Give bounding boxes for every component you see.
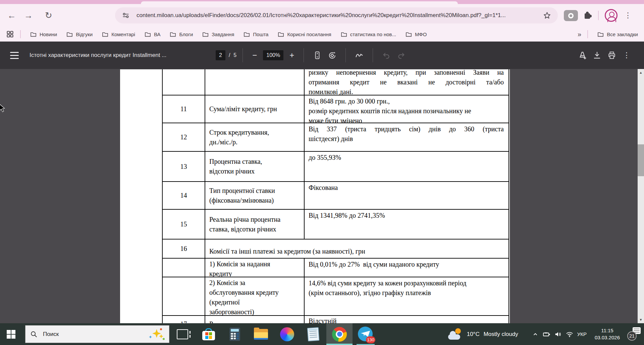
scroll-up-icon[interactable]: ▲ bbox=[638, 71, 644, 74]
table-row-13: 13 Процентна ставка, відсотки річних до … bbox=[163, 152, 508, 182]
back-button[interactable]: ← bbox=[3, 7, 20, 24]
microsoft-store-button[interactable] bbox=[196, 323, 222, 345]
address-bar[interactable]: content.miloan.ua/uploads/elFinder/docs/… bbox=[115, 7, 558, 23]
bookmark-folder-zavdannia[interactable]: Завдання bbox=[202, 31, 234, 37]
fit-page-icon[interactable] bbox=[310, 48, 325, 63]
windows-taskbar: Поиск 130 bbox=[0, 323, 644, 345]
active-tab[interactable] bbox=[141, 1, 458, 4]
text-annotation-icon[interactable] bbox=[575, 48, 590, 63]
zoom-in-button[interactable]: + bbox=[286, 51, 298, 60]
copilot-icon bbox=[280, 327, 294, 341]
pdf-menu-icon[interactable] bbox=[10, 52, 19, 59]
extensions-icon[interactable] bbox=[581, 9, 593, 21]
profile-avatar[interactable] bbox=[605, 9, 618, 22]
draw-annotate-icon[interactable] bbox=[352, 48, 367, 63]
notification-center-button[interactable]: 21 bbox=[625, 323, 644, 345]
zoom-level-input[interactable]: 100% bbox=[263, 50, 283, 60]
battery-icon[interactable] bbox=[541, 328, 552, 341]
pdf-viewer-area: ризику неповернення кредиту, при заповне… bbox=[0, 69, 644, 323]
calculator-icon bbox=[229, 328, 240, 341]
page-number-input[interactable]: 2 bbox=[216, 50, 225, 60]
apps-grid-icon[interactable] bbox=[6, 30, 14, 38]
scrollbar-thumb[interactable] bbox=[638, 144, 644, 176]
bookmark-folder-va[interactable]: ВА bbox=[145, 31, 161, 37]
system-tray bbox=[530, 328, 575, 341]
start-button[interactable] bbox=[0, 323, 22, 345]
pdf-toolbar-separator bbox=[304, 48, 304, 62]
browser-menu-icon[interactable]: ⋮ bbox=[623, 9, 633, 22]
table-row-11: 11 Сума/ліміт кредиту, грн Від 8648 грн.… bbox=[163, 95, 508, 123]
taskbar-search-box[interactable]: Поиск bbox=[25, 325, 169, 343]
file-explorer-button[interactable] bbox=[248, 323, 274, 345]
notepad-icon bbox=[307, 327, 320, 341]
file-explorer-icon bbox=[254, 329, 268, 340]
bookmark-folder-novyny[interactable]: Новини bbox=[30, 31, 57, 37]
copilot-sparkle-icon bbox=[149, 328, 164, 341]
browser-toolbar: ← → ↻ content.miloan.ua/uploads/elFinder… bbox=[0, 4, 644, 27]
all-bookmarks-button[interactable]: Все закладки bbox=[597, 31, 638, 37]
page-total: 5 bbox=[233, 52, 236, 58]
undo-icon[interactable] bbox=[379, 48, 394, 63]
download-icon[interactable] bbox=[590, 48, 604, 63]
weather-widget[interactable]: 10°C Mostly cloudy bbox=[448, 328, 518, 340]
bookmark-folder-statystyka[interactable]: статистика по нов... bbox=[341, 31, 396, 37]
table-row-16-1: 1) Комісія за надання кредиту Від 0,01% … bbox=[163, 259, 508, 277]
site-info-icon[interactable] bbox=[120, 10, 131, 21]
pdf-document-title: Істотні характеристики послуги кредит In… bbox=[30, 52, 202, 59]
telegram-button[interactable]: 130 bbox=[353, 323, 379, 345]
reload-button[interactable]: ↻ bbox=[40, 7, 57, 24]
bookmark-folder-komentari[interactable]: Коментарі bbox=[102, 31, 135, 37]
forward-button[interactable]: → bbox=[20, 7, 37, 24]
tab-strip bbox=[0, 0, 644, 4]
pdf-scrollbar[interactable]: ▲ ▼ bbox=[638, 69, 644, 323]
windows-logo-icon bbox=[7, 330, 15, 339]
copilot-button[interactable] bbox=[274, 323, 300, 345]
taskbar-clock[interactable]: 11:15 03.03.2026 bbox=[595, 327, 620, 341]
bookmarks-overflow-chevron[interactable]: » bbox=[578, 30, 581, 38]
task-view-button[interactable] bbox=[169, 323, 196, 345]
bookmark-folder-blohy[interactable]: Блоги bbox=[170, 31, 193, 37]
weather-temperature: 10°C bbox=[467, 331, 480, 338]
bookmarks-bar: Новини Відгуки Коментарі ВА Блоги Завдан… bbox=[0, 27, 644, 42]
search-placeholder: Поиск bbox=[43, 331, 149, 338]
table-row-16-2: 2) Комісія за обслуговування кредиту (кр… bbox=[163, 277, 508, 316]
bookmarks-separator bbox=[587, 30, 588, 38]
notepad-button[interactable] bbox=[300, 323, 326, 345]
mouse-cursor bbox=[0, 104, 6, 114]
store-icon bbox=[202, 328, 215, 340]
table-row-16: 16 Комісії та інші платежі за кредитом (… bbox=[163, 239, 508, 259]
clock-date: 03.03.2026 bbox=[595, 334, 620, 341]
table-row-15: 15 Реальна річна процентна ставка, відсо… bbox=[163, 210, 508, 239]
weather-description: Mostly cloudy bbox=[484, 331, 518, 338]
print-icon[interactable] bbox=[604, 48, 619, 63]
volume-icon[interactable] bbox=[552, 328, 564, 341]
screenshot-camera-icon[interactable] bbox=[564, 10, 578, 21]
chrome-icon bbox=[332, 327, 347, 342]
bookmark-folder-vidhuky[interactable]: Відгуки bbox=[66, 31, 93, 37]
pdf-toolbar-separator bbox=[345, 48, 346, 62]
table-row-10-partial: ризику неповернення кредиту, при заповне… bbox=[163, 69, 508, 95]
bookmark-folder-poshta[interactable]: Пошта bbox=[244, 31, 268, 37]
bookmark-star-icon[interactable] bbox=[542, 10, 552, 21]
search-icon bbox=[30, 331, 38, 338]
zoom-out-button[interactable]: − bbox=[249, 51, 260, 60]
url-text: content.miloan.ua/uploads/elFinder/docs/… bbox=[137, 12, 542, 19]
hidden-icons-chevron[interactable] bbox=[530, 328, 541, 341]
calculator-button[interactable] bbox=[222, 323, 248, 345]
notification-count-badge: 21 bbox=[627, 331, 637, 341]
bookmarks-separator bbox=[20, 30, 21, 38]
rotate-icon[interactable] bbox=[325, 48, 339, 63]
chrome-button[interactable] bbox=[326, 323, 353, 345]
wifi-icon[interactable] bbox=[564, 328, 575, 341]
table-row-12: 12 Строк кредитування, дн./міс./р. Від 3… bbox=[163, 123, 508, 152]
keyboard-language[interactable]: УКР bbox=[577, 331, 587, 337]
bookmark-folder-mfo[interactable]: МФО bbox=[406, 31, 427, 37]
pdf-toolbar: Істотні характеристики послуги кредит In… bbox=[0, 42, 644, 69]
table-row-17-partial: 17 Р Відсутній bbox=[163, 316, 508, 323]
scroll-down-icon[interactable]: ▼ bbox=[638, 318, 644, 322]
bookmark-folder-korysni[interactable]: Корисні посилання bbox=[278, 31, 331, 37]
pdf-more-options-icon[interactable]: ⋮ bbox=[619, 48, 634, 63]
pdf-toolbar-separator bbox=[373, 48, 373, 62]
pdf-toolbar-separator bbox=[243, 48, 243, 62]
redo-icon[interactable] bbox=[394, 48, 409, 63]
